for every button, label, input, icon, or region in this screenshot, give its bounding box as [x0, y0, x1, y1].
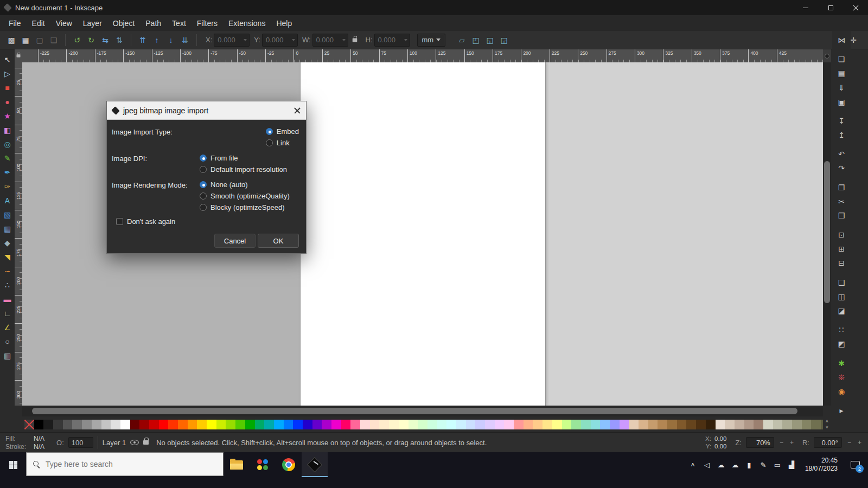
toolbar-icon[interactable]: ↓ — [164, 33, 178, 47]
palette-swatch[interactable] — [706, 420, 716, 429]
transform-toggle[interactable]: ◱ — [483, 33, 497, 47]
rotation-plus-button[interactable]: + — [857, 439, 863, 446]
menu-item[interactable]: Extensions — [223, 17, 271, 30]
palette-swatch[interactable] — [802, 420, 812, 429]
palette-swatch[interactable] — [437, 420, 447, 429]
tool-button[interactable]: ▦ — [1, 222, 14, 236]
palette-swatch[interactable] — [130, 420, 140, 429]
command-button[interactable]: ↥ — [834, 128, 849, 142]
tray-icon[interactable]: ☁ — [714, 452, 728, 477]
palette-swatch[interactable] — [197, 420, 207, 429]
palette-swatch[interactable] — [725, 420, 735, 429]
tool-button[interactable]: ◥ — [1, 250, 14, 264]
palette-swatch[interactable] — [792, 420, 802, 429]
palette-swatch[interactable] — [600, 420, 610, 429]
command-button[interactable]: ❊ — [834, 370, 849, 384]
palette-swatch[interactable] — [207, 420, 216, 429]
command-button[interactable]: ▤ — [834, 66, 849, 80]
palette-swatch[interactable] — [389, 420, 399, 429]
tool-button[interactable]: ▥ — [1, 349, 14, 363]
dialog-titlebar[interactable]: jpeg bitmap image import — [107, 101, 306, 120]
tool-button[interactable]: ★ — [1, 109, 14, 123]
palette-swatch[interactable] — [744, 420, 754, 429]
palette-swatch[interactable] — [331, 420, 341, 429]
horizontal-scrollbar[interactable] — [22, 406, 823, 416]
menu-item[interactable]: Path — [140, 17, 167, 30]
palette-swatch[interactable] — [168, 420, 178, 429]
rotation-field[interactable]: 0.00° — [814, 437, 842, 448]
action-center-button[interactable]: 2 — [844, 452, 866, 477]
palette-swatch[interactable] — [667, 420, 677, 429]
tool-button[interactable]: ○ — [1, 335, 14, 349]
palette-swatch[interactable] — [63, 420, 73, 429]
palette-swatch[interactable] — [341, 420, 351, 429]
palette-swatch[interactable] — [456, 420, 466, 429]
menu-item[interactable]: Filters — [192, 17, 223, 30]
coordinate-field[interactable]: 0.000 — [262, 34, 298, 47]
tool-button[interactable]: ∠ — [1, 320, 14, 335]
palette-scroll-down-icon[interactable]: ˅ — [826, 425, 828, 431]
palette-scroll-up-icon[interactable]: ˄ — [826, 419, 828, 425]
palette-swatch[interactable] — [571, 420, 581, 429]
palette-swatch[interactable] — [226, 420, 235, 429]
palette-swatch[interactable] — [82, 420, 92, 429]
palette-swatch[interactable] — [149, 420, 159, 429]
palette-swatch[interactable] — [581, 420, 591, 429]
command-button[interactable]: ◩ — [834, 337, 849, 351]
tool-button[interactable]: ∽ — [1, 264, 14, 278]
toolbar-icon[interactable]: ❏ — [47, 33, 61, 47]
palette-swatch[interactable] — [101, 420, 111, 429]
palette-swatch[interactable] — [735, 420, 744, 429]
menu-item[interactable]: File — [3, 17, 27, 30]
command-button[interactable]: ◫ — [834, 290, 849, 304]
command-button[interactable]: ❏ — [834, 52, 849, 66]
palette-swatch[interactable] — [629, 420, 639, 429]
palette-swatch[interactable] — [274, 420, 284, 429]
tool-button[interactable]: ▬ — [1, 292, 14, 306]
palette-swatch[interactable] — [533, 420, 542, 429]
tool-button[interactable]: A — [1, 194, 14, 208]
palette-swatch[interactable] — [466, 420, 476, 429]
tool-button[interactable]: ● — [1, 95, 14, 109]
tool-button[interactable]: ▷ — [1, 67, 14, 81]
toolbar-icon[interactable]: ↻ — [84, 33, 98, 47]
palette-swatch[interactable] — [773, 420, 783, 429]
palette-swatch[interactable] — [264, 420, 274, 429]
command-button[interactable]: ∷ — [834, 323, 849, 337]
minimize-button[interactable] — [793, 0, 818, 15]
palette-swatch[interactable] — [696, 420, 706, 429]
radio-none-auto[interactable] — [200, 181, 207, 188]
palette-swatch[interactable] — [591, 420, 601, 429]
palette-swatch[interactable] — [811, 420, 821, 429]
layer-visibility-icon[interactable] — [130, 440, 139, 445]
palette-swatch[interactable] — [293, 420, 303, 429]
horizontal-ruler[interactable]: -225-200-175-150-125-100-75-50-250255075… — [22, 49, 823, 62]
palette-swatch[interactable] — [312, 420, 322, 429]
palette-swatch[interactable] — [475, 420, 485, 429]
palette-swatch[interactable] — [303, 420, 312, 429]
palette-swatch[interactable] — [255, 420, 265, 429]
command-button[interactable]: ✂ — [834, 195, 849, 209]
toolbar-icon[interactable]: ▢ — [33, 33, 47, 47]
palette-swatch[interactable] — [178, 420, 188, 429]
command-button[interactable]: ⊞ — [834, 242, 849, 256]
palette-swatch[interactable] — [754, 420, 763, 429]
palette-swatch[interactable] — [379, 420, 389, 429]
command-button[interactable]: ❐ — [834, 181, 849, 195]
no-color-swatch[interactable] — [24, 420, 34, 429]
palette-swatch[interactable] — [370, 420, 380, 429]
command-button[interactable]: ◉ — [834, 384, 849, 399]
command-button[interactable]: ⋈ — [834, 33, 849, 47]
coordinate-field[interactable]: 0.000 — [374, 34, 410, 47]
palette-swatch[interactable] — [542, 420, 552, 429]
palette-swatch[interactable] — [92, 420, 101, 429]
display-mode-corner[interactable] — [823, 49, 831, 62]
maximize-button[interactable] — [818, 0, 843, 15]
radio-default-resolution[interactable] — [200, 166, 207, 173]
rotation-minus-button[interactable]: − — [846, 439, 852, 446]
layer-selector[interactable]: Layer 1 — [103, 439, 126, 447]
radio-smooth[interactable] — [200, 192, 207, 200]
palette-swatch[interactable] — [446, 420, 456, 429]
palette-swatch[interactable] — [620, 420, 629, 429]
command-button[interactable]: ↶ — [834, 147, 849, 161]
